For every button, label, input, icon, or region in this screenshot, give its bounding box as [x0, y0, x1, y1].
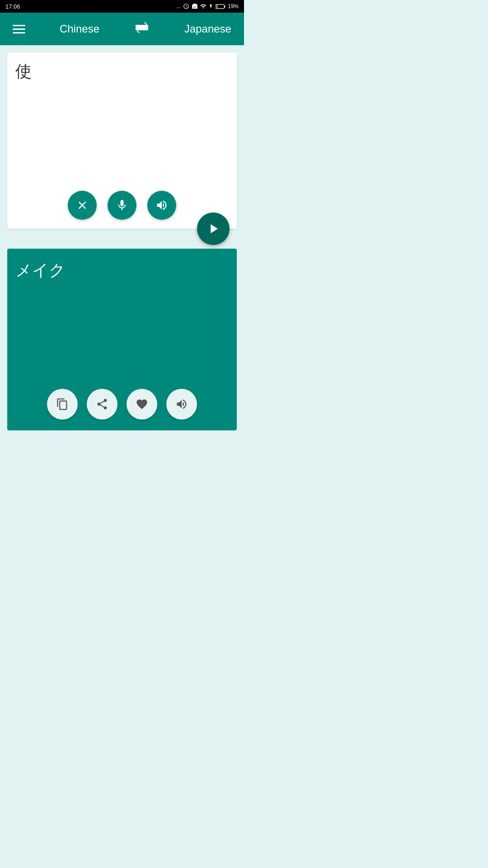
target-language[interactable]: Japanese: [184, 23, 231, 35]
translate-button[interactable]: [197, 212, 230, 245]
copy-button[interactable]: [47, 389, 78, 420]
share-button[interactable]: [87, 389, 117, 420]
toolbar: Chinese Japanese: [0, 13, 244, 45]
source-text-input[interactable]: [7, 52, 237, 184]
battery-pct: 19%: [228, 3, 239, 9]
sim-icon: [192, 3, 198, 9]
output-controls: [7, 382, 237, 430]
source-language[interactable]: Chinese: [60, 23, 99, 35]
speak-target-button[interactable]: [166, 389, 197, 420]
favorite-button[interactable]: [127, 389, 157, 420]
swap-languages-button[interactable]: [134, 21, 150, 37]
speak-source-button[interactable]: [147, 191, 176, 220]
clear-button[interactable]: [68, 191, 97, 220]
svg-rect-2: [216, 5, 217, 8]
charging-icon: [209, 3, 213, 9]
output-section: メイク: [7, 249, 237, 430]
microphone-button[interactable]: [108, 191, 136, 220]
alarm-icon: [183, 3, 189, 9]
status-time: 17:06: [5, 3, 20, 10]
status-dots: ...: [176, 3, 181, 9]
input-section: [7, 52, 237, 229]
status-icons: ... 19%: [176, 3, 239, 9]
translated-text: メイク: [7, 249, 237, 382]
svg-rect-1: [225, 5, 225, 8]
menu-button[interactable]: [13, 25, 25, 33]
signal-icon: [200, 3, 206, 9]
status-bar: 17:06 ... 19%: [0, 0, 244, 13]
sections-wrapper: メイク: [0, 45, 244, 434]
battery-icon: [216, 4, 225, 9]
main-container: メイク: [0, 45, 244, 434]
